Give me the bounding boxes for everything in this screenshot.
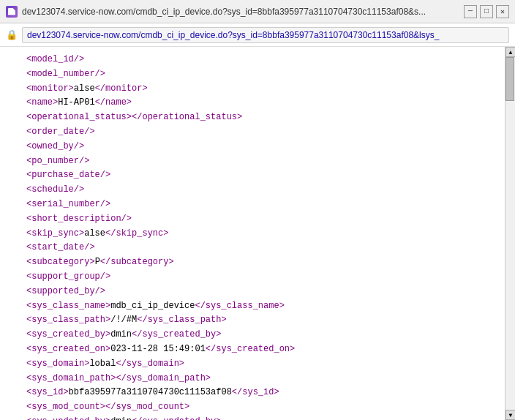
window-controls: ─ □ ✕ [464, 5, 509, 18]
xml-tag: </subcategory> [100, 257, 174, 267]
xml-tag: <sys_id> [26, 387, 69, 397]
xml-tag: <schedule/> [26, 184, 84, 195]
xml-line-content: <model_number/> [26, 67, 105, 82]
content-area: <model_id/><model_number/><monitor>alse<… [0, 47, 515, 420]
xml-line: <sys_class_name>mdb_ci_ip_device</sys_cl… [9, 299, 496, 314]
xml-tag: <sys_class_name> [26, 301, 110, 311]
xml-tag: <model_id/> [26, 54, 84, 64]
xml-line-content: <sys_created_by>dmin</sys_created_by> [26, 328, 221, 342]
xml-line: <short_description/> [9, 212, 496, 227]
xml-line-content: <sys_id>bbfa395977a3110704730c11153af08<… [26, 386, 279, 400]
xml-tag: <short_description/> [26, 214, 132, 224]
xml-tag: <skip_sync> [26, 228, 84, 239]
xml-line-content: <support_group/> [26, 270, 110, 285]
xml-tag: </skip_sync> [105, 228, 168, 239]
xml-tag: <sys_created_on> [26, 344, 110, 354]
xml-tag: <po_number/> [26, 156, 89, 166]
xml-line-content: <sys_class_path>/!/#M</sys_class_path> [26, 313, 227, 328]
url-input[interactable]: dev123074.service-now.com/cmdb_ci_ip_dev… [22, 27, 509, 43]
xml-line-content: <skip_sync>alse</skip_sync> [26, 227, 168, 241]
xml-line-content: <sys_mod_count></sys_mod_count> [26, 400, 189, 415]
xml-tag: </sys_created_by> [132, 329, 221, 340]
xml-line-content: <order_date/> [26, 125, 95, 140]
lock-icon: 🔒 [6, 29, 18, 41]
xml-tag: <serial_number/> [26, 199, 110, 209]
xml-line: <sys_domain>lobal</sys_domain> [9, 357, 496, 372]
favicon-icon [8, 8, 15, 15]
close-button[interactable]: ✕ [496, 5, 509, 18]
xml-tag: </name> [95, 97, 132, 108]
xml-tag: <sys_domain_path> [26, 373, 116, 383]
xml-line-content: <start_date/> [26, 241, 95, 255]
scrollbar[interactable]: ▲ ▼ [505, 47, 515, 420]
xml-line: <sys_domain_path></sys_domain_path> [9, 372, 496, 386]
xml-tag: <sys_mod_count> [26, 402, 105, 412]
xml-tag: <operational_status> [26, 112, 132, 122]
xml-line: <po_number/> [9, 154, 496, 169]
xml-tag: </sys_domain> [116, 359, 184, 369]
scroll-up-button[interactable]: ▲ [505, 47, 515, 57]
address-bar: 🔒 dev123074.service-now.com/cmdb_ci_ip_d… [0, 23, 515, 47]
xml-line: <sys_created_on>023-11-28 15:49:01</sys_… [9, 342, 496, 357]
xml-line-content: <serial_number/> [26, 198, 110, 212]
minimize-button[interactable]: ─ [464, 5, 477, 18]
xml-line-content: <sys_class_name>mdb_ci_ip_device</sys_cl… [26, 299, 285, 314]
xml-viewer[interactable]: <model_id/><model_number/><monitor>alse<… [0, 47, 505, 420]
xml-line-content: <subcategory>P</subcategory> [26, 255, 174, 270]
xml-tag: <supported_by/> [26, 286, 105, 296]
xml-line: <model_id/> [9, 53, 496, 67]
xml-line: <sys_mod_count></sys_mod_count> [9, 400, 496, 415]
xml-tag: <start_date/> [26, 242, 95, 252]
scroll-down-button[interactable]: ▼ [505, 410, 515, 420]
xml-tag: </sys_created_on> [206, 344, 295, 354]
xml-tag: <sys_domain> [26, 359, 89, 369]
xml-tag: </sys_class_path> [137, 315, 226, 325]
url-text: dev123074.service-now.com/cmdb_ci_ip_dev… [27, 30, 439, 40]
xml-line: <order_date/> [9, 125, 496, 140]
xml-line: <owned_by/> [9, 140, 496, 154]
xml-line: <serial_number/> [9, 198, 496, 212]
xml-line: <sys_class_path>/!/#M</sys_class_path> [9, 313, 496, 328]
xml-tag: <purchase_date/> [26, 170, 110, 180]
xml-line: <sys_id>bbfa395977a3110704730c11153af08<… [9, 386, 496, 400]
favicon [6, 6, 18, 18]
xml-tag: <sys_updated_by> [26, 416, 110, 420]
xml-lines: <model_id/><model_number/><monitor>alse<… [9, 53, 496, 420]
xml-line: <schedule/> [9, 183, 496, 198]
xml-line: <skip_sync>alse</skip_sync> [9, 227, 496, 241]
xml-line-content: <purchase_date/> [26, 168, 110, 183]
xml-line: <operational_status></operational_status… [9, 110, 496, 125]
xml-tag: <sys_created_by> [26, 329, 110, 340]
xml-line: <sys_updated_by>dmin</sys_updated_by> [9, 415, 496, 420]
xml-line: <monitor>alse</monitor> [9, 82, 496, 97]
xml-tag: </monitor> [95, 83, 148, 94]
xml-line: <support_group/> [9, 270, 496, 285]
xml-tag: </sys_class_name> [195, 301, 284, 311]
xml-line-content: <supported_by/> [26, 285, 105, 299]
xml-tag: <model_number/> [26, 69, 105, 79]
window-title: dev123074.service-now.com/cmdb_ci_ip_dev… [22, 7, 459, 17]
xml-tag: <order_date/> [26, 127, 95, 137]
xml-tag: </operational_status> [132, 112, 242, 122]
scrollbar-thumb[interactable] [505, 57, 514, 101]
xml-line-content: <operational_status></operational_status… [26, 110, 242, 125]
xml-line-content: <po_number/> [26, 154, 89, 169]
xml-tag: </sys_updated_by> [132, 416, 221, 420]
xml-line: <name>HI-AP01</name> [9, 96, 496, 110]
xml-tag: <monitor> [26, 83, 74, 94]
xml-line: <sys_created_by>dmin</sys_created_by> [9, 328, 496, 342]
xml-tag: <sys_class_path> [26, 315, 110, 325]
xml-tag: <owned_by/> [26, 141, 84, 151]
xml-line-content: <schedule/> [26, 183, 84, 198]
xml-line-content: <sys_created_on>023-11-28 15:49:01</sys_… [26, 342, 295, 357]
maximize-button[interactable]: □ [480, 5, 493, 18]
xml-line: <model_number/> [9, 67, 496, 82]
xml-tag: </sys_id> [232, 387, 279, 397]
scrollbar-track[interactable] [505, 57, 515, 410]
xml-line-content: <sys_domain_path></sys_domain_path> [26, 372, 211, 386]
xml-tag: </sys_domain_path> [116, 373, 211, 383]
title-bar: dev123074.service-now.com/cmdb_ci_ip_dev… [0, 0, 515, 23]
xml-tag: <subcategory> [26, 257, 95, 267]
xml-line-content: <name>HI-AP01</name> [26, 96, 132, 110]
xml-line: <purchase_date/> [9, 168, 496, 183]
